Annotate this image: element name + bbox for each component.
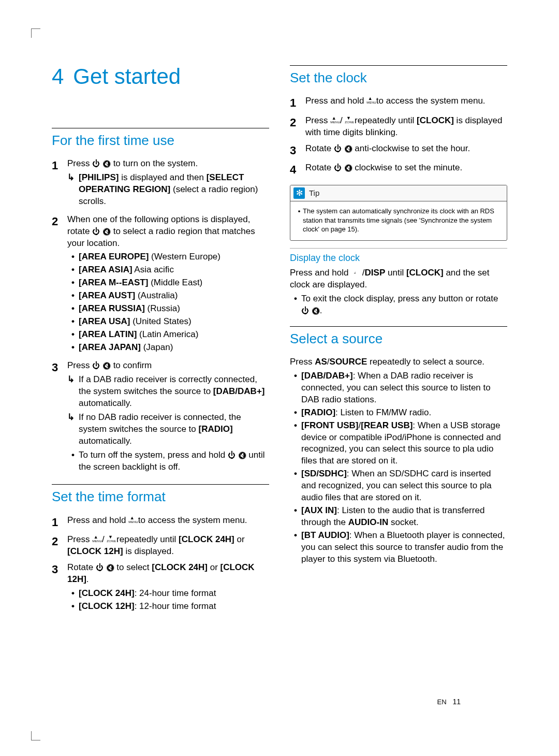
mute-icon [238,449,246,461]
result-item: If no DAB radio receiver is connected, t… [67,412,269,447]
power-icon [96,562,104,574]
mute-icon [344,143,352,155]
heading-select-source: Select a source [290,326,507,348]
tip-body: The system can automatically synchronize… [290,201,507,240]
display-clock-text: Press and hold /DISP until [CLOCK] and t… [290,267,507,291]
power-icon [92,158,100,170]
menu-up-icon [92,535,99,543]
step-body: Press to confirm If a DAB radio receiver… [67,360,269,475]
tip-label: Tip [309,188,319,198]
zone-down-icon [107,535,114,543]
step-number: 2 [52,534,67,558]
time-format-steps: 1 Press and hold to access the system me… [52,515,269,615]
heading-first-use: For the first time use [52,128,269,150]
mute-icon [102,158,111,170]
tip-star-icon [293,187,305,199]
step-number: 2 [290,115,305,139]
heading-set-clock: Set the clock [290,65,507,87]
chapter-title-text: Get started [73,64,181,89]
right-column: Set the clock 1Press and hold to access … [290,62,507,619]
step-number: 1 [52,515,67,530]
footer-page: 11 [452,697,461,706]
result-item: If a DAB radio receiver is correctly con… [67,374,269,410]
source-list: [DAB/DAB+]: When a DAB radio receiver is… [290,370,507,565]
tip-box: Tip The system can automatically synchro… [290,185,507,241]
set-clock-steps: 1Press and hold to access the system men… [290,95,507,178]
crop-mark-bl [31,731,40,740]
step-number: 4 [290,162,305,178]
note-list: To turn off the system, press and hold u… [67,449,269,473]
step-number: 1 [290,95,305,111]
step-body: When one of the following options is dis… [67,214,269,356]
mute-icon [344,162,352,174]
power-icon [92,360,100,372]
power-icon [334,143,342,155]
footer-lang: EN [437,698,446,706]
menu-up-icon [128,516,136,524]
result-item: [PHILIPS] is displayed and then [SELECT … [67,172,269,208]
power-icon [228,449,236,461]
mute-icon [106,562,114,574]
step-number: 2 [52,214,67,356]
page-footer: EN 11 [437,697,461,707]
left-column: 4Get started For the first time use 1 Pr… [52,62,269,619]
area-list: [AREA EUROPE] (Western Europe) [AREA ASI… [67,251,269,354]
page: 4Get started For the first time use 1 Pr… [52,62,507,619]
display-clock-bullets: To exit the clock display, press any but… [290,293,507,317]
crop-mark-tl [31,28,40,38]
power-icon [301,305,309,317]
step-number: 1 [52,158,67,210]
tip-header: Tip [290,185,507,201]
step-number: 3 [290,143,305,158]
clock-icon [351,267,360,279]
heading-time-format: Set the time format [52,484,269,506]
menu-up-icon [366,96,374,104]
menu-up-icon [330,116,337,124]
zone-down-icon [345,116,352,124]
step-number: 3 [52,360,67,475]
step-number: 3 [52,562,67,615]
chapter-title: 4Get started [52,62,269,92]
heading-display-clock: Display the clock [290,248,507,264]
clock-format-options: [CLOCK 24H]: 24-hour time format [CLOCK … [67,588,269,613]
first-use-steps: 1 Press to turn on the system. [PHILIPS]… [52,158,269,475]
step-body: Press to turn on the system. [PHILIPS] i… [67,158,269,210]
power-icon [334,162,342,174]
chapter-number: 4 [52,62,64,92]
mute-icon [102,226,111,238]
select-source-intro: Press AS/SOURCE repeatedly to select a s… [290,356,507,368]
power-icon [92,226,100,238]
mute-icon [312,305,320,317]
mute-icon [102,360,111,372]
